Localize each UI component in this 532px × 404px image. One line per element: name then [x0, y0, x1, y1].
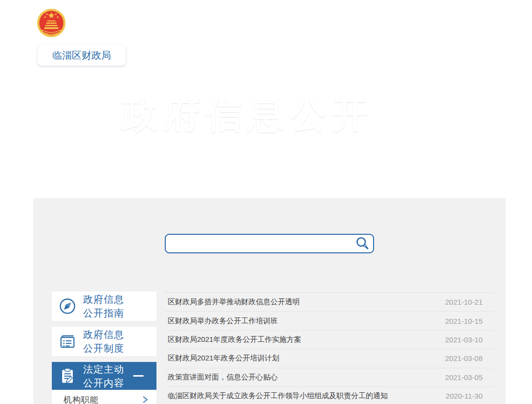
- article-row[interactable]: 临淄区财政局关于成立政务公开工作领导小组组成及职责分工的通知 2020-11-3…: [164, 387, 494, 404]
- article-title[interactable]: 区财政局举办政务公开工作培训班: [164, 316, 445, 326]
- article-row[interactable]: 区财政局多措并举推动财政信息公开透明 2021-10-21: [164, 293, 494, 312]
- label-line2: 公开内容: [83, 378, 124, 388]
- search-icon: [355, 236, 370, 251]
- label-line2: 公开指南: [83, 308, 124, 318]
- article-title[interactable]: 区财政局2021年政务公开培训计划: [164, 354, 445, 363]
- page: 临淄区人民政府 临淄区财政局 政府信息公开: [0, 0, 532, 404]
- article-row[interactable]: 区财政局2021年政务公开培训计划 2021-03-08: [164, 349, 494, 368]
- article-title[interactable]: 区财政局2021年度政务公开工作实施方案: [164, 335, 445, 344]
- sidebar-item-open-rules[interactable]: 政府信息 公开制度: [52, 327, 156, 356]
- label-line2: 公开制度: [83, 343, 124, 354]
- search-input[interactable]: [166, 235, 352, 252]
- sidebar-item-label: 政府信息 公开制度: [83, 328, 124, 355]
- compass-icon: [52, 297, 83, 315]
- site-brand: 临淄区人民政府: [36, 8, 170, 38]
- sidebar-item-open-guide[interactable]: 政府信息 公开指南: [52, 292, 156, 321]
- article-title[interactable]: 临淄区财政局关于成立政务公开工作领导小组组成及职责分工的通知: [164, 391, 445, 401]
- article-row[interactable]: 政策宣讲面对面，信息公开心贴心 2021-03-05: [164, 368, 494, 387]
- article-title[interactable]: 政策宣讲面对面，信息公开心贴心: [164, 373, 445, 382]
- title-underline: [215, 143, 413, 144]
- article-date: 2020-11-30: [445, 392, 494, 400]
- chevron-right-icon: [142, 395, 149, 404]
- site-title: 临淄区人民政府: [70, 14, 170, 32]
- article-row[interactable]: 区财政局2021年度政务公开工作实施方案 2021-03-10: [164, 331, 494, 349]
- collapse-minus-icon[interactable]: [133, 375, 144, 377]
- article-date: 2021-03-05: [445, 373, 494, 382]
- article-row[interactable]: 区财政局举办政务公开工作培训班 2021-10-15: [164, 312, 494, 330]
- sidebar-menu: 政府信息 公开指南: [52, 292, 156, 404]
- national-emblem-logo: [36, 8, 66, 38]
- search-button[interactable]: [352, 235, 373, 252]
- article-date: 2021-10-15: [445, 317, 494, 325]
- label-line1: 政府信息: [83, 294, 124, 305]
- content-panel: 政府信息 公开指南: [33, 198, 506, 404]
- page-title: 政府信息公开: [98, 91, 398, 140]
- label-line1: 法定主动: [83, 364, 124, 375]
- book-icon: [52, 332, 83, 351]
- article-title[interactable]: 区财政局多措并举推动财政信息公开透明: [164, 297, 445, 307]
- article-date: 2021-10-21: [445, 298, 494, 306]
- sidebar-item-label: 法定主动 公开内容: [83, 362, 124, 390]
- search-box: [165, 234, 374, 253]
- clipboard-pencil-icon: [52, 367, 83, 385]
- sidebar-item-label: 政府信息 公开指南: [83, 292, 124, 320]
- submenu-label: 机构职能: [64, 394, 99, 404]
- label-line1: 政府信息: [83, 329, 124, 340]
- article-date: 2021-03-08: [445, 354, 494, 362]
- sidebar-subitem-agency-functions[interactable]: 机构职能: [52, 390, 156, 404]
- sidebar-item-statutory-disclosure[interactable]: 法定主动 公开内容: [52, 362, 156, 390]
- article-date: 2021-03-10: [445, 336, 494, 344]
- department-button[interactable]: 临淄区财政局: [38, 45, 126, 66]
- article-list: 区财政局多措并举推动财政信息公开透明 2021-10-21 区财政局举办政务公开…: [164, 292, 494, 404]
